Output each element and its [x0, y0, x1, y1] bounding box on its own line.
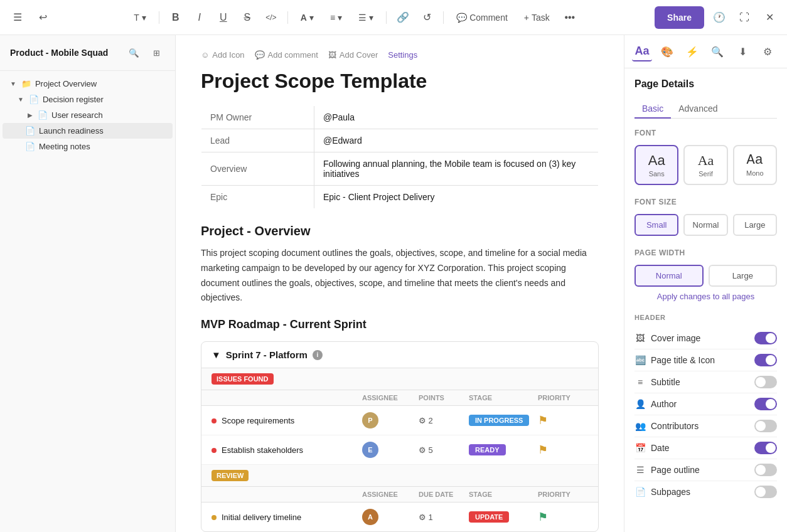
stage-badge: UPDATE: [469, 511, 509, 523]
info-table: PM Owner @Paula Lead @Edward Overview Fo…: [201, 105, 599, 209]
row-label: Initial delivery timeline: [211, 513, 362, 522]
points-cell: ⚙ 5: [419, 445, 469, 455]
apply-changes-link[interactable]: Apply changes to all pages: [634, 292, 777, 301]
table-row: Lead @Edward: [201, 129, 599, 152]
add-cover-action[interactable]: 🖼 Add Cover: [328, 50, 378, 60]
panel-content: Page Details Basic Advanced Font Aa Sans…: [624, 68, 787, 532]
comment-button[interactable]: 💬 Comment: [450, 8, 514, 28]
page-title-icon: 🔤: [634, 355, 646, 365]
panel-subtab-advanced[interactable]: Advanced: [671, 100, 725, 119]
author-toggle[interactable]: [754, 398, 777, 410]
code-button[interactable]: </>: [261, 8, 281, 28]
text-format-label: T: [134, 13, 139, 23]
settings-action[interactable]: Settings: [388, 50, 417, 60]
dot-icon: [211, 418, 217, 423]
table-row: Epic Epic - Client Project Delivery: [201, 186, 599, 209]
sidebar-item-launch-readiness[interactable]: 📄 Launch readiness: [3, 123, 173, 139]
list-icon: ☰: [358, 13, 367, 23]
font-color-button[interactable]: A ▾: [294, 8, 320, 28]
toggle-cover-image: 🖼 Cover image: [634, 327, 777, 349]
subtitle-toggle[interactable]: [754, 376, 777, 388]
toggle-label: 📄 Subpages: [634, 487, 690, 497]
underline-button[interactable]: U: [213, 8, 233, 28]
col-stage-2: STAGE: [469, 491, 538, 498]
sidebar-item-project-overview[interactable]: ▼ 📁 Project Overview: [3, 76, 173, 92]
panel-tab-brush[interactable]: 🎨: [657, 41, 677, 61]
toolbar-left: ☰ ↩: [8, 8, 53, 28]
add-comment-action[interactable]: 💬 Add comment: [255, 50, 318, 60]
panel-subtab-basic[interactable]: Basic: [634, 100, 671, 119]
search-button[interactable]: 🔍: [125, 44, 142, 61]
undo2-button[interactable]: ↺: [417, 8, 437, 28]
cover-image-toggle[interactable]: [754, 332, 777, 344]
main-layout: Product - Mobile Squad 🔍 ⊞ ▼ 📁 Project O…: [0, 35, 787, 532]
italic-button[interactable]: I: [190, 8, 210, 28]
main-toolbar: ☰ ↩ T ▾ B I U S </> A ▾ ≡ ▾ ☰ ▾ 🔗 ↺ 💬: [0, 0, 787, 35]
width-option-large[interactable]: Large: [709, 265, 778, 287]
sprint-row: Scope requirements P ⚙ 2 IN PROGRESS ⚑: [201, 406, 598, 435]
panel-tab-links[interactable]: ⚡: [682, 41, 702, 61]
stage-badge: READY: [469, 444, 506, 455]
task-button[interactable]: + Task: [518, 8, 556, 28]
more-options-button[interactable]: •••: [560, 8, 580, 28]
share-button[interactable]: Share: [655, 6, 704, 29]
add-comment-label: Add comment: [268, 50, 318, 60]
sidebar-item-meeting-notes[interactable]: 📄 Meeting notes: [3, 139, 173, 154]
list-chevron: ▾: [369, 13, 373, 23]
subpages-toggle[interactable]: [754, 486, 777, 498]
add-cover-label: Add Cover: [340, 50, 378, 60]
add-icon-label: Add Icon: [212, 50, 244, 60]
panel-tab-text[interactable]: Aa: [632, 41, 652, 61]
add-icon-action[interactable]: ☺ Add Icon: [201, 50, 245, 60]
panel-tab-settings[interactable]: ⚙: [758, 41, 778, 61]
subpages-label: Subpages: [651, 487, 690, 497]
date-toggle[interactable]: [754, 442, 777, 454]
sprint-chevron-icon: ▼: [211, 349, 221, 360]
panel-tab-download[interactable]: ⬇: [732, 41, 752, 61]
toggle-subpages: 📄 Subpages: [634, 481, 777, 503]
table-cell-value: Following annual planning, the Mobile te…: [314, 152, 599, 186]
width-option-normal[interactable]: Normal: [634, 265, 704, 287]
assignee-cell: E: [362, 442, 419, 458]
col-duedate: DUE DATE: [419, 491, 469, 498]
close-button[interactable]: ✕: [759, 8, 779, 28]
panel-tabs-row: Aa 🎨 ⚡ 🔍 ⬇ ⚙: [624, 35, 787, 68]
font-size-label: Font Size: [634, 198, 777, 206]
font-option-sans[interactable]: Aa Sans: [634, 145, 678, 185]
font-option-serif[interactable]: Aa Serif: [683, 145, 727, 185]
list-button[interactable]: ☰ ▾: [352, 8, 380, 28]
hamburger-menu-button[interactable]: ☰: [8, 8, 28, 28]
points-cell: ⚙ 2: [419, 416, 469, 425]
content-area: ☺ Add Icon 💬 Add comment 🖼 Add Cover Set…: [176, 35, 624, 532]
sidebar-item-user-research[interactable]: ▶ 📄 User research: [3, 107, 173, 123]
font-label-serif: Serif: [690, 170, 721, 178]
size-option-small[interactable]: Small: [634, 214, 678, 236]
font-option-mono[interactable]: Aa Mono: [733, 145, 777, 185]
toggle-label: 📅 Date: [634, 443, 670, 453]
page-outline-toggle[interactable]: [754, 464, 777, 476]
layout-button[interactable]: ⊞: [147, 44, 165, 61]
issues-badge: ISSUES FOUND: [211, 373, 274, 385]
sidebar-item-decision-register[interactable]: ▼ 📄 Decision register: [3, 92, 173, 107]
contributors-toggle[interactable]: [754, 420, 777, 432]
fullscreen-button[interactable]: ⛶: [734, 8, 754, 28]
link-button[interactable]: 🔗: [393, 8, 413, 28]
text-format-button[interactable]: T ▾: [127, 8, 153, 28]
strikethrough-button[interactable]: S: [237, 8, 257, 28]
sidebar-item-label-launch: Launch readiness: [39, 126, 165, 136]
image-icon: 🖼: [328, 50, 336, 60]
undo-button[interactable]: ↩: [33, 8, 53, 28]
size-option-large[interactable]: Large: [733, 214, 777, 236]
toggle-label: 🖼 Cover image: [634, 333, 700, 343]
subtitle-label: Subtitle: [651, 377, 680, 387]
toggle-page-outline: ☰ Page outline: [634, 459, 777, 481]
bold-button[interactable]: B: [166, 8, 186, 28]
table-row: PM Owner @Paula: [201, 106, 599, 129]
panel-subtabs: Basic Advanced: [634, 100, 777, 119]
align-button[interactable]: ≡ ▾: [324, 8, 348, 28]
panel-tab-search[interactable]: 🔍: [707, 41, 727, 61]
align-chevron: ▾: [338, 13, 342, 23]
history-button[interactable]: 🕐: [709, 8, 729, 28]
page-title-toggle[interactable]: [754, 354, 777, 366]
size-option-normal[interactable]: Normal: [683, 214, 727, 236]
